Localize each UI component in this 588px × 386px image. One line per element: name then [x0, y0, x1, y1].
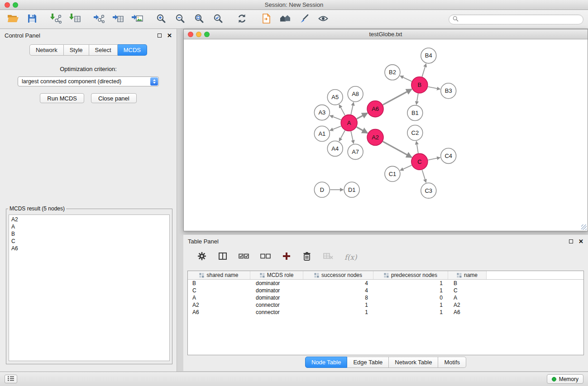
- table-cell[interactable]: 4: [303, 280, 373, 286]
- delete-column-button[interactable]: [302, 251, 312, 263]
- graph-edge[interactable]: [383, 89, 412, 105]
- table-row[interactable]: A2connector11A2: [188, 301, 583, 309]
- table-cell[interactable]: A2: [188, 302, 250, 308]
- table-cell[interactable]: 4: [303, 287, 373, 294]
- zoom-selected-button[interactable]: [210, 12, 226, 27]
- tab-network-table[interactable]: Network Table: [389, 357, 438, 368]
- table-cell[interactable]: dominator: [250, 280, 303, 286]
- table-cell[interactable]: A: [188, 295, 250, 301]
- minimize-network-window-button[interactable]: [196, 32, 201, 37]
- table-cell[interactable]: 8: [303, 295, 373, 301]
- mcds-result-item[interactable]: A6: [11, 245, 167, 252]
- memory-button[interactable]: Memory: [547, 374, 583, 384]
- home-button[interactable]: [277, 12, 293, 27]
- export-network-button[interactable]: [91, 12, 107, 27]
- first-neighbors-button[interactable]: [258, 12, 274, 27]
- graph-edge[interactable]: [416, 94, 418, 105]
- table-cell[interactable]: A: [448, 295, 487, 301]
- zoom-fit-button[interactable]: [191, 12, 207, 27]
- table-cell[interactable]: 1: [373, 302, 448, 308]
- table-cell[interactable]: 1: [303, 302, 373, 308]
- float-table-panel-icon[interactable]: [569, 239, 573, 243]
- close-panel-icon[interactable]: ✕: [167, 33, 172, 38]
- table-cell[interactable]: B: [448, 280, 487, 286]
- mcds-result-item[interactable]: A: [11, 223, 167, 230]
- close-table-panel-icon[interactable]: ✕: [578, 238, 583, 244]
- import-table-button[interactable]: [67, 12, 83, 27]
- float-panel-icon[interactable]: [158, 33, 162, 38]
- add-column-button[interactable]: [282, 252, 291, 262]
- delete-table-button[interactable]: [323, 252, 334, 262]
- graph-edge[interactable]: [339, 130, 345, 141]
- function-builder-button[interactable]: f(x): [344, 253, 357, 262]
- table-cell[interactable]: A6: [448, 309, 487, 315]
- table-cell[interactable]: B: [188, 280, 250, 286]
- mcds-result-item[interactable]: A2: [11, 216, 167, 223]
- table-cell[interactable]: connector: [250, 309, 303, 315]
- mcds-result-list[interactable]: A2ABCA6: [9, 214, 170, 361]
- graph-edge[interactable]: [330, 115, 341, 119]
- graph-edge[interactable]: [339, 105, 345, 115]
- table-cell[interactable]: connector: [250, 302, 303, 308]
- mcds-result-item[interactable]: B: [11, 230, 167, 238]
- graph-edge[interactable]: [383, 142, 412, 157]
- birdseye-button[interactable]: [315, 12, 331, 27]
- zoom-network-window-button[interactable]: [204, 32, 210, 37]
- table-cell[interactable]: 1: [373, 287, 448, 294]
- zoom-out-button[interactable]: [172, 12, 188, 27]
- tab-network[interactable]: Network: [29, 44, 64, 56]
- tab-node-table[interactable]: Node Table: [305, 357, 348, 368]
- network-canvas[interactable]: B4B2BB3A5A8A6A3B1AC2A1A2A4A7C4CC1DD1C3: [184, 40, 588, 231]
- graph-edge[interactable]: [357, 113, 368, 119]
- zoom-in-button[interactable]: [153, 12, 169, 27]
- network-graph[interactable]: B4B2BB3A5A8A6A3B1AC2A1A2A4A7C4CC1DD1C3: [184, 40, 588, 231]
- close-network-window-button[interactable]: [188, 32, 193, 37]
- tab-select[interactable]: Select: [89, 44, 118, 56]
- import-network-button[interactable]: [48, 12, 64, 27]
- graph-edge[interactable]: [400, 76, 412, 81]
- graph-edge[interactable]: [428, 157, 440, 160]
- graph-edge[interactable]: [422, 64, 426, 77]
- table-cell[interactable]: A2: [448, 302, 487, 308]
- column-header[interactable]: MCDS role: [250, 271, 303, 279]
- search-input[interactable]: [461, 16, 579, 23]
- close-panel-button[interactable]: Close panel: [91, 93, 137, 103]
- tab-motifs[interactable]: Motifs: [438, 357, 466, 368]
- table-cell[interactable]: 1: [373, 280, 448, 286]
- graphics-details-button[interactable]: [296, 12, 312, 27]
- table-cell[interactable]: 1: [303, 309, 373, 315]
- run-mcds-button[interactable]: Run MCDS: [40, 93, 84, 103]
- export-image-button[interactable]: [129, 12, 145, 27]
- mcds-result-item[interactable]: C: [11, 238, 167, 245]
- table-row[interactable]: A6connector11A6: [188, 309, 583, 316]
- select-all-button[interactable]: [239, 253, 249, 262]
- table-row[interactable]: Cdominator41C: [188, 287, 583, 294]
- table-cell[interactable]: 0: [373, 295, 448, 301]
- tab-mcds[interactable]: MCDS: [118, 44, 147, 56]
- graph-edge[interactable]: [400, 165, 411, 170]
- column-header[interactable]: shared name: [188, 271, 250, 279]
- apply-layout-button[interactable]: [234, 12, 250, 27]
- table-cell[interactable]: dominator: [250, 287, 303, 294]
- table-settings-button[interactable]: [197, 251, 207, 263]
- tab-edge-table[interactable]: Edge Table: [347, 357, 389, 368]
- column-header[interactable]: name: [448, 271, 487, 279]
- table-cell[interactable]: 1: [373, 309, 448, 315]
- resize-handle[interactable]: [581, 224, 587, 230]
- table-cell[interactable]: C: [448, 287, 487, 294]
- zoom-window-button[interactable]: [13, 2, 18, 8]
- close-window-button[interactable]: [5, 2, 10, 8]
- column-header[interactable]: successor nodes: [303, 271, 373, 279]
- table-cell[interactable]: C: [188, 287, 250, 294]
- network-window-titlebar[interactable]: testGlobe.txt: [184, 29, 588, 39]
- graph-edge[interactable]: [428, 87, 440, 89]
- table-row[interactable]: Adominator80A: [188, 294, 583, 301]
- unselect-all-button[interactable]: [260, 253, 271, 262]
- search-box[interactable]: [449, 14, 583, 24]
- graph-edge[interactable]: [357, 127, 368, 133]
- export-table-button[interactable]: [110, 12, 126, 27]
- task-history-button[interactable]: [5, 375, 17, 383]
- column-header[interactable]: predecessor nodes: [373, 271, 448, 279]
- graph-edge[interactable]: [351, 131, 354, 143]
- optimization-criterion-dropdown[interactable]: largest connected component (directed): [18, 76, 159, 86]
